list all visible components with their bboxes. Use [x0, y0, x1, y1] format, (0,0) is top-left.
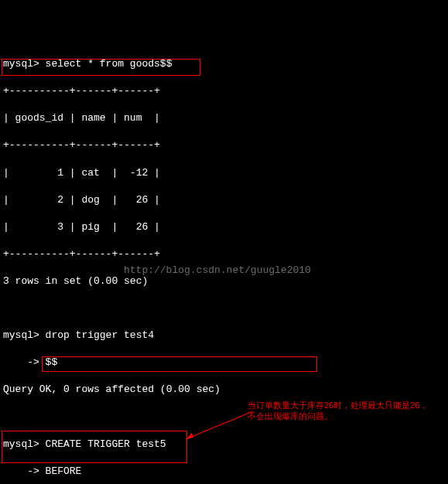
- query1-cmd: mysql> select * from goods$$: [3, 57, 445, 71]
- table-sep: +----------+------+------+: [3, 84, 445, 98]
- table-sep: +----------+------+------+: [3, 247, 445, 261]
- table-sep: +----------+------+------+: [3, 138, 445, 152]
- annotation-line1: 当订单数量大于库存26时，处理最大只能是26，: [248, 400, 428, 410]
- annotation-line2: 不会出现爆库的问题。: [248, 411, 333, 421]
- trigger-l1: mysql> CREATE TRIGGER test5: [3, 438, 445, 452]
- drop-cmd1: mysql> drop trigger test4: [3, 329, 445, 343]
- drop-result: Query OK, 0 rows affected (0.00 sec): [3, 383, 445, 397]
- table-row: | 2 | dog | 26 |: [3, 193, 445, 207]
- table-header: | goods_id | name | num |: [3, 111, 445, 125]
- trigger-l2: -> BEFORE: [3, 465, 445, 479]
- table-row: | 3 | pig | 26 |: [3, 220, 445, 234]
- drop-cmd2: -> $$: [3, 356, 445, 370]
- blank: [3, 302, 445, 315]
- annotation-text: 当订单数量大于库存26时，处理最大只能是26， 不会出现爆库的问题。: [248, 400, 441, 422]
- table-row: | 1 | cat | -12 |: [3, 166, 445, 180]
- query-footer: 3 rows in set (0.00 sec): [3, 274, 445, 288]
